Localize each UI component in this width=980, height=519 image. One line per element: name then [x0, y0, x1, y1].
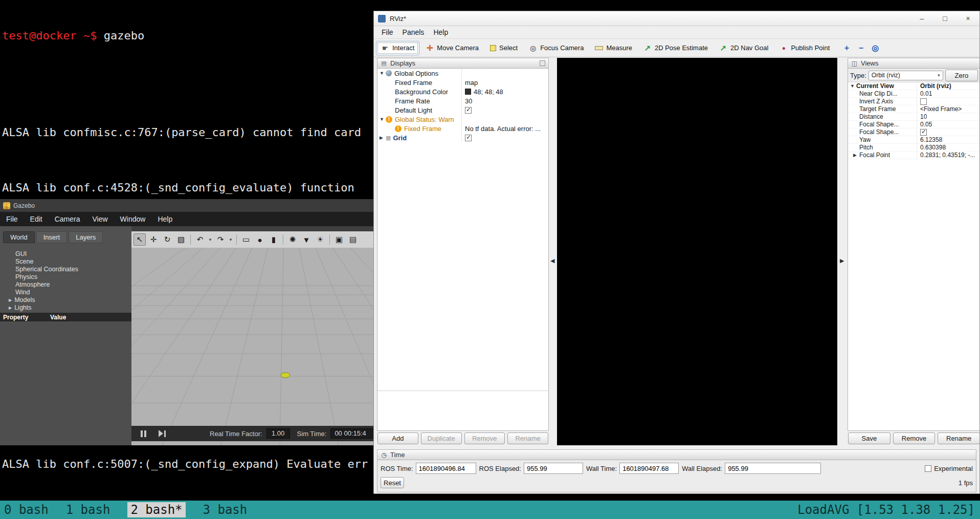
display-row-value[interactable]: 30 — [465, 97, 472, 105]
displays-action-button[interactable]: Duplicate — [421, 432, 462, 444]
gazebo-tab[interactable]: World — [3, 231, 35, 243]
gazebo-tool-button[interactable] — [190, 234, 191, 245]
tmux-window-item[interactable]: 2 bash* — [127, 502, 185, 517]
expand-arrow-icon[interactable] — [9, 298, 12, 302]
displays-action-button[interactable]: Add — [377, 432, 418, 444]
maximize-button[interactable]: □ — [933, 11, 956, 26]
views-action-button[interactable]: Rename — [938, 432, 980, 444]
view-row-value[interactable]: 10 — [920, 113, 927, 120]
tmux-window-item[interactable]: 3 bash — [203, 503, 248, 517]
rviz-tool-button[interactable]: Select — [485, 41, 523, 55]
expander-icon[interactable]: ▼ — [380, 117, 386, 122]
close-button[interactable]: × — [956, 11, 979, 26]
view-property-row[interactable]: Target Frame <Fixed Frame> — [848, 105, 980, 113]
gazebo-menu-item[interactable]: Help — [158, 215, 172, 223]
time-field-input[interactable] — [725, 463, 821, 474]
rviz-tool-button[interactable]: 2D Nav Goal — [714, 41, 773, 55]
gazebo-tree-item[interactable]: Scene — [0, 258, 131, 266]
view-property-row[interactable]: Focal Shape... 0.05 — [848, 121, 980, 128]
gazebo-tool-button[interactable]: ☀ — [314, 233, 326, 246]
view-type-combobox[interactable]: Orbit (rviz)▾ — [868, 71, 943, 80]
panel-dock-button[interactable] — [540, 60, 545, 66]
row-checkbox[interactable] — [465, 135, 472, 141]
gazebo-tool-button[interactable]: ▾ — [208, 233, 213, 246]
view-property-row[interactable]: Invert Z Axis — [848, 98, 980, 105]
gazebo-tool-button[interactable]: ▾ — [228, 233, 233, 246]
rviz-tool-button[interactable]: Move Camera — [420, 41, 484, 55]
gazebo-tool-button[interactable]: ↖ — [133, 233, 146, 246]
minimize-button[interactable]: – — [910, 11, 933, 26]
expander-icon[interactable]: ▼ — [850, 83, 856, 89]
views-action-button[interactable]: Save — [848, 432, 890, 444]
tmux-window-item[interactable]: 0 bash — [4, 503, 49, 517]
collapse-right-icon[interactable]: ▶ — [840, 257, 844, 264]
gazebo-tool-button[interactable]: ↶ — [194, 233, 206, 246]
view-property-row[interactable]: ▶ Focal Point 0.2831; 0.43519; -... — [848, 152, 980, 159]
gazebo-tool-button[interactable]: ▤ — [347, 233, 359, 246]
expand-arrow-icon[interactable] — [9, 306, 12, 310]
time-field-input[interactable] — [524, 463, 583, 474]
reset-button[interactable]: Reset — [381, 477, 404, 488]
display-row[interactable]: ▼ Global Options — [377, 69, 548, 78]
row-checkbox[interactable] — [465, 107, 472, 114]
gazebo-tree-item[interactable]: Spherical Coordinates — [0, 266, 131, 273]
view-property-row[interactable]: ▼ Current View Orbit (rviz) — [848, 82, 980, 90]
display-row-value[interactable]: map — [465, 79, 478, 86]
step-button[interactable] — [159, 430, 166, 437]
experimental-checkbox[interactable] — [925, 465, 931, 472]
expander-icon[interactable]: ▶ — [853, 153, 859, 158]
view-row-value[interactable]: 0.01 — [920, 90, 932, 97]
gazebo-tool-button[interactable]: ▼ — [300, 233, 313, 246]
display-row[interactable]: Default Light — [377, 105, 548, 115]
gazebo-tool-button[interactable]: ▧ — [175, 233, 187, 246]
gazebo-tool-button[interactable]: ▣ — [333, 233, 345, 246]
expander-icon[interactable]: ▼ — [380, 71, 386, 76]
tmux-window-item[interactable]: 1 bash — [66, 503, 110, 517]
view-property-row[interactable]: Yaw 6.12358 — [848, 136, 980, 144]
gazebo-tab[interactable]: Layers — [69, 231, 103, 243]
rviz-menu-item[interactable]: File — [377, 27, 398, 37]
gazebo-menu-item[interactable]: File — [6, 215, 18, 223]
color-swatch[interactable] — [465, 89, 471, 95]
gazebo-tool-button[interactable]: ● — [254, 233, 266, 246]
zero-button[interactable]: Zero — [945, 70, 978, 81]
gazebo-tool-button[interactable] — [236, 234, 237, 245]
rviz-titlebar[interactable]: RViz* – □ × — [374, 11, 979, 26]
views-panel-header[interactable]: Views — [848, 58, 980, 69]
gazebo-tool-button[interactable]: ✛ — [147, 233, 160, 246]
experimental-option[interactable]: Experimental — [925, 465, 973, 472]
rviz-tool-button[interactable]: 2D Pose Estimate — [638, 41, 713, 55]
gazebo-tree-item[interactable]: Physics — [0, 273, 131, 281]
rviz-menu-item[interactable]: Panels — [398, 27, 429, 37]
gazebo-tool-button[interactable]: ✺ — [286, 233, 299, 246]
view-row-value[interactable]: Orbit (rviz) — [920, 82, 951, 90]
displays-action-button[interactable]: Remove — [464, 432, 505, 444]
gazebo-titlebar[interactable]: Gazebo — [0, 199, 374, 212]
row-checkbox[interactable] — [920, 129, 927, 136]
view-row-value[interactable]: 0.05 — [920, 121, 932, 128]
display-row[interactable]: ▶ Grid — [377, 133, 548, 142]
gazebo-tree-item[interactable]: Models — [0, 296, 131, 304]
gazebo-tool-button[interactable]: ↻ — [161, 233, 173, 246]
rviz-tool-button[interactable]: Measure — [590, 41, 637, 55]
view-row-value[interactable]: <Fixed Frame> — [920, 105, 962, 113]
rviz-tool-button[interactable]: Publish Point — [774, 41, 835, 55]
gazebo-3d-viewport[interactable]: Real Time Factor: 1.00 Sim Time: 00 00:1… — [131, 248, 374, 445]
view-property-row[interactable]: Focal Shape... — [848, 128, 980, 136]
gazebo-tree-item[interactable]: Lights — [0, 304, 131, 312]
display-row-value[interactable]: No tf data. Actual error: ... — [465, 125, 541, 133]
rviz-toolbar-small-button[interactable]: + — [840, 41, 853, 55]
row-checkbox[interactable] — [920, 98, 927, 105]
displays-panel-header[interactable]: Displays — [377, 58, 549, 69]
gazebo-menu-item[interactable]: View — [92, 215, 107, 223]
expander-icon[interactable]: ▶ — [380, 135, 386, 140]
time-panel-header[interactable]: Time — [377, 449, 976, 460]
gazebo-tree-item[interactable]: GUI — [0, 250, 131, 258]
scene-model-marker[interactable] — [281, 373, 290, 378]
display-row[interactable]: Frame Rate 30 — [377, 96, 548, 105]
gazebo-tool-button[interactable] — [329, 234, 330, 245]
gazebo-tool-button[interactable]: ▭ — [240, 233, 252, 246]
view-row-value[interactable]: 0.2831; 0.43519; -... — [920, 152, 975, 159]
gazebo-menu-item[interactable]: Camera — [55, 215, 80, 223]
view-row-value[interactable]: 0.630398 — [920, 144, 946, 151]
